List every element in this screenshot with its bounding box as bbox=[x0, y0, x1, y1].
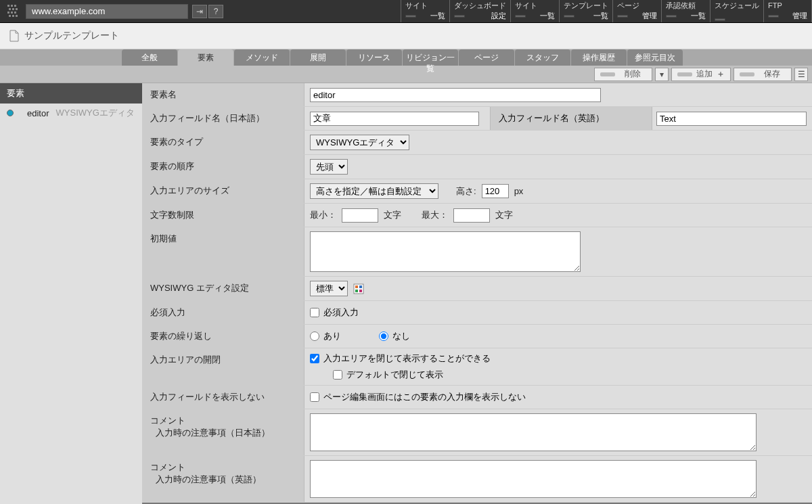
label-comment-en: コメント 入力時の注意事項（英語） bbox=[142, 456, 304, 502]
tab-1[interactable]: 要素 bbox=[178, 49, 233, 66]
topnav-item-2[interactable]: サイト一覧 bbox=[510, 0, 559, 22]
label-comment-jp: コメント 入力時の注意事項（日本語） bbox=[142, 409, 304, 455]
sidebar-head: 要素 bbox=[0, 83, 142, 104]
tab-6[interactable]: ページ bbox=[459, 49, 514, 66]
input-field-en[interactable] bbox=[656, 112, 807, 126]
titlebar: サンプルテンプレート bbox=[0, 23, 812, 49]
tab-7[interactable]: スタッフ bbox=[515, 49, 570, 66]
toolbar: 削除 ▾ 追加＋ 保存 ☰ bbox=[0, 66, 812, 83]
svg-rect-16 bbox=[359, 290, 362, 292]
checkbox-collapsed-default[interactable] bbox=[333, 370, 342, 380]
input-element-name[interactable] bbox=[310, 88, 601, 102]
topnav-item-7[interactable]: FTP管理 bbox=[763, 0, 812, 22]
select-order[interactable]: 先頭 bbox=[310, 159, 348, 175]
label-repeat: 要素の繰り返し bbox=[142, 325, 304, 348]
sidebar-item-name: editor bbox=[27, 108, 49, 118]
input-min[interactable] bbox=[342, 208, 378, 223]
topnav-item-3[interactable]: テンプレート一覧 bbox=[559, 0, 612, 22]
add-button[interactable]: 追加＋ bbox=[671, 68, 731, 81]
template-icon bbox=[8, 30, 20, 42]
label-height-unit: px bbox=[514, 186, 524, 196]
checkbox-required[interactable] bbox=[310, 308, 319, 317]
label-collapse: 入力エリアの開閉 bbox=[142, 348, 304, 385]
delete-dropdown-button[interactable]: ▾ bbox=[655, 68, 669, 81]
config-icon[interactable] bbox=[353, 283, 364, 294]
url-box: www.example.com bbox=[26, 4, 188, 19]
form-area: 要素名 入力フィールド名（日本語） 入力フィールド名（英語） 要素のタイプ WY… bbox=[142, 83, 812, 504]
label-limit: 文字数制限 bbox=[142, 204, 304, 227]
checkbox-collapsible-label: 入力エリアを閉じて表示することができる bbox=[323, 352, 491, 365]
checkbox-collapsed-default-label: デフォルトで閉じて表示 bbox=[346, 369, 443, 381]
tab-8[interactable]: 操作履歴 bbox=[571, 49, 627, 66]
label-default: 初期値 bbox=[142, 227, 304, 276]
label-size: 入力エリアのサイズ bbox=[142, 179, 304, 203]
checkbox-collapsible[interactable] bbox=[310, 354, 319, 363]
checkbox-hide[interactable] bbox=[310, 392, 319, 402]
radio-repeat-yes-label: あり bbox=[323, 330, 341, 342]
tab-0[interactable]: 全般 bbox=[122, 49, 177, 66]
save-button[interactable]: 保存 bbox=[734, 68, 792, 81]
textarea-default[interactable] bbox=[310, 231, 581, 272]
sidebar-item-editor[interactable]: editor WYSIWYGエディタ bbox=[0, 104, 142, 122]
svg-rect-14 bbox=[359, 285, 362, 288]
label-field-en: 入力フィールド名（英語） bbox=[490, 107, 652, 130]
help-button[interactable]: ? bbox=[208, 5, 223, 18]
tab-2[interactable]: メソッド bbox=[234, 49, 290, 66]
label-max: 最大： bbox=[422, 209, 448, 221]
page-title: サンプルテンプレート bbox=[24, 30, 119, 42]
label-min-unit: 文字 bbox=[384, 209, 401, 221]
tab-4[interactable]: リソース bbox=[346, 49, 402, 66]
sidebar: 要素 editor WYSIWYGエディタ bbox=[0, 83, 142, 504]
label-max-unit: 文字 bbox=[495, 209, 513, 221]
open-site-button[interactable]: ⇥ bbox=[192, 5, 207, 18]
svg-rect-4 bbox=[12, 8, 14, 10]
select-wysiwyg[interactable]: 標準 bbox=[310, 281, 348, 296]
tab-3[interactable]: 展開 bbox=[290, 49, 346, 66]
label-hide: 入力フィールドを表示しない bbox=[142, 386, 304, 409]
topnav-item-6[interactable]: スケジュール bbox=[710, 0, 763, 22]
topnav-item-0[interactable]: サイト一覧 bbox=[401, 0, 449, 22]
label-field-jp: 入力フィールド名（日本語） bbox=[142, 107, 304, 130]
svg-rect-15 bbox=[355, 290, 358, 292]
label-order: 要素の順序 bbox=[142, 155, 304, 179]
select-element-type[interactable]: WYSIWYGエディタ bbox=[310, 135, 409, 150]
radio-repeat-no[interactable] bbox=[379, 331, 388, 341]
textarea-comment-jp[interactable] bbox=[310, 413, 757, 451]
svg-rect-7 bbox=[11, 12, 13, 14]
svg-rect-13 bbox=[355, 285, 358, 288]
delete-button[interactable]: 削除 bbox=[594, 68, 652, 81]
tab-9[interactable]: 参照元目次 bbox=[627, 49, 683, 66]
tab-5[interactable]: リビジョン一覧 bbox=[403, 49, 458, 66]
sidebar-item-type: WYSIWYGエディタ bbox=[56, 107, 135, 119]
topbar: www.example.com ⇥ ? サイト一覧ダッシュボード設定サイト一覧テ… bbox=[0, 0, 812, 23]
svg-rect-8 bbox=[14, 12, 16, 14]
topnav: サイト一覧ダッシュボード設定サイト一覧テンプレート一覧ページ管理承認依頼一覧スケ… bbox=[401, 0, 812, 22]
topnav-item-4[interactable]: ページ管理 bbox=[612, 0, 661, 22]
select-size[interactable]: 高さを指定／幅は自動設定 bbox=[310, 183, 438, 199]
svg-rect-6 bbox=[7, 12, 9, 14]
svg-rect-3 bbox=[9, 8, 11, 10]
checkbox-required-label: 必須入力 bbox=[323, 306, 359, 319]
label-required: 必須入力 bbox=[142, 301, 304, 324]
svg-rect-1 bbox=[11, 5, 13, 7]
topnav-item-5[interactable]: 承認依頼一覧 bbox=[661, 0, 710, 22]
input-height[interactable] bbox=[482, 184, 509, 198]
save-options-button[interactable]: ☰ bbox=[794, 68, 808, 81]
label-height: 高さ: bbox=[456, 185, 476, 198]
svg-rect-11 bbox=[16, 15, 18, 17]
input-field-jp[interactable] bbox=[310, 112, 479, 126]
label-wysiwyg: WYSIWYG エディタ設定 bbox=[142, 277, 304, 300]
label-element-type: 要素のタイプ bbox=[142, 131, 304, 154]
status-dot-icon bbox=[7, 110, 14, 116]
textarea-comment-en[interactable] bbox=[310, 460, 757, 498]
label-element-name: 要素名 bbox=[142, 83, 304, 106]
svg-rect-9 bbox=[9, 15, 11, 17]
radio-repeat-yes[interactable] bbox=[310, 331, 319, 341]
svg-rect-5 bbox=[16, 8, 18, 10]
radio-repeat-no-label: なし bbox=[392, 330, 410, 342]
input-max[interactable] bbox=[453, 208, 490, 223]
topnav-item-1[interactable]: ダッシュボード設定 bbox=[449, 0, 510, 22]
svg-rect-10 bbox=[12, 15, 14, 17]
label-min: 最小： bbox=[310, 209, 336, 221]
svg-rect-0 bbox=[7, 5, 9, 7]
